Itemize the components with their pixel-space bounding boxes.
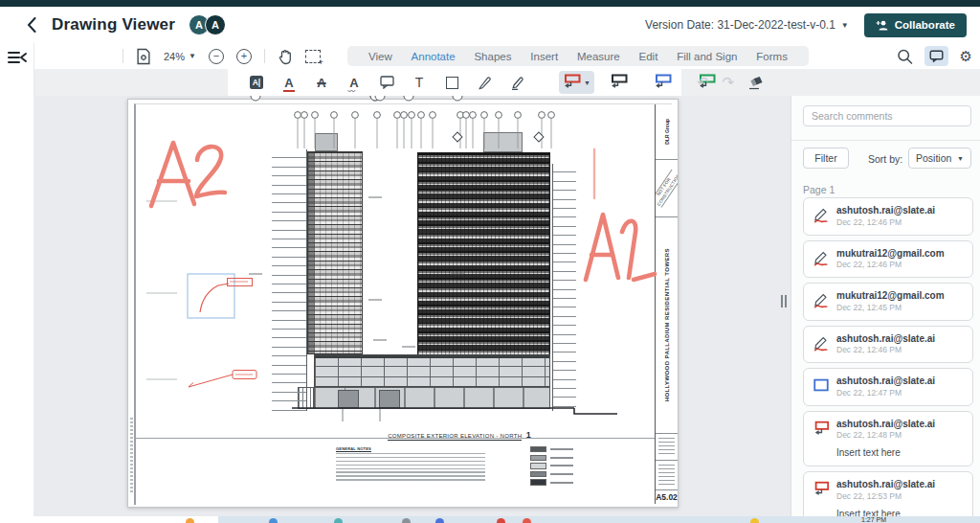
taskbar-icon[interactable] (334, 518, 343, 523)
ink-red-annotation-icon (813, 291, 830, 308)
taskbar-icon[interactable] (497, 518, 505, 523)
tab-fill-and-sign[interactable]: Fill and Sign (677, 51, 737, 62)
sidebar-collapse-icon[interactable] (8, 51, 27, 64)
taskbar-icon[interactable] (269, 518, 278, 523)
ink-red-annotation-icon (813, 334, 830, 352)
comment-card[interactable]: mukutrai12@gmail.com Dec 22, 12:46 PM (803, 240, 973, 279)
strikethrough-tool[interactable]: A (314, 73, 329, 92)
pen-icon (478, 76, 492, 90)
taskbar-icon[interactable] (186, 518, 194, 523)
collaborate-button[interactable]: Collaborate (864, 13, 967, 37)
drawing-canvas[interactable]: DLR Group NOT FOR CONSTRUCTION HOLLYWOOD… (33, 96, 791, 516)
version-date-dropdown[interactable]: Version Date: 31-Dec-2022-test-v-0.1 ▼ (645, 18, 849, 32)
comments-panel-toggle[interactable] (924, 46, 948, 66)
eraser-icon[interactable] (747, 76, 764, 90)
comment-card[interactable]: ashutosh.rai@slate.ai Dec 22, 12:46 PM (803, 197, 973, 236)
callout-red-annotation-icon (813, 480, 830, 497)
panel-divider (791, 140, 980, 141)
taskbar-sliver: 1:27 PM (0, 516, 980, 523)
taskbar-clock: 1:27 PM (861, 516, 886, 523)
comment-timestamp: Dec 22, 12:47 PM (836, 388, 935, 398)
ink-annotation-A2[interactable] (151, 143, 225, 206)
taskbar-icon[interactable] (435, 518, 444, 523)
ink-annotation-A1[interactable] (586, 215, 655, 280)
page-settings-icon[interactable] (136, 47, 151, 66)
collaborate-label: Collaborate (895, 19, 955, 31)
zoom-in-button[interactable]: + (236, 49, 252, 64)
comment-author: ashutosh.rai@slate.ai (836, 205, 935, 217)
settings-gear-icon[interactable]: ⚙ (960, 49, 972, 63)
comment-card[interactable]: ashutosh.rai@slate.ai Dec 22, 12:46 PM (803, 326, 973, 364)
comment-card[interactable]: ashutosh.rai@slate.ai Dec 22, 12:47 PM (803, 368, 973, 406)
note-bubble-icon (380, 76, 394, 89)
callout-black-tool[interactable] (612, 73, 627, 92)
callout-annotation-2[interactable] (189, 371, 256, 388)
callout-blue-tool[interactable] (656, 73, 671, 92)
tab-forms[interactable]: Forms (756, 51, 788, 62)
redo-icon[interactable]: ↷ (723, 74, 735, 91)
callout-black-icon (610, 74, 628, 92)
highlighter-icon (510, 76, 524, 90)
tab-measure[interactable]: Measure (577, 51, 620, 62)
tab-view[interactable]: View (368, 51, 392, 62)
rectangle-tool[interactable] (444, 73, 459, 92)
version-date-label: Version Date: 31-Dec-2022-test-v-0.1 (645, 18, 835, 32)
main-toolbar: 24% ▼ − + + ViewAnnotateShapesInsertMeas… (0, 43, 980, 70)
callout-blue-icon (654, 74, 672, 92)
panel-resize-handle[interactable] (779, 293, 788, 308)
callout-annotation-1[interactable] (200, 279, 253, 313)
comment-list: ashutosh.rai@slate.ai Dec 22, 12:46 PM m… (803, 197, 973, 523)
ink-highlighter-tool[interactable] (509, 73, 524, 92)
callout-red-tool[interactable]: ▼ (559, 71, 594, 94)
annotation-overlay[interactable] (33, 96, 791, 516)
taskbar-icon[interactable] (402, 518, 411, 523)
taskbar-icon[interactable] (523, 518, 531, 523)
avatar[interactable]: A (205, 14, 226, 35)
comment-card[interactable]: mukutrai12@gmail.com Dec 22, 12:45 PM (803, 283, 973, 321)
comment-timestamp: Dec 22, 12:46 PM (836, 217, 935, 228)
tab-shapes[interactable]: Shapes (474, 51, 511, 62)
zoom-level-dropdown[interactable]: 24% ▼ (164, 51, 196, 62)
search-comments-input[interactable] (803, 105, 971, 126)
chevron-down-icon: ▼ (584, 80, 590, 86)
comment-timestamp: Dec 22, 12:48 PM (836, 430, 935, 441)
tab-insert[interactable]: Insert (530, 51, 558, 62)
comment-author: ashutosh.rai@slate.ai (836, 419, 935, 431)
text-select-tool[interactable]: A| (249, 73, 264, 92)
comment-author: ashutosh.rai@slate.ai (836, 333, 935, 346)
undo-icon[interactable]: ↶ (697, 74, 709, 91)
chevron-down-icon: ▼ (841, 21, 849, 30)
mode-tabs: ViewAnnotateShapesInsertMeasureEditFill … (347, 46, 809, 66)
free-text-tool[interactable]: T (412, 73, 427, 92)
callout-red-icon (563, 74, 581, 92)
zoom-out-button[interactable]: − (209, 49, 224, 64)
comment-card[interactable]: ashutosh.rai@slate.ai Dec 22, 12:53 PM I… (803, 471, 973, 523)
ink-red-annotation-icon (813, 249, 830, 266)
collaborator-avatars[interactable]: AA (189, 14, 226, 35)
app-window: Drawing Viewer AA Version Date: 31-Dec-2… (0, 0, 980, 523)
comment-author: ashutosh.rai@slate.ai (836, 479, 935, 491)
squiggly-underline-tool[interactable]: A (346, 73, 362, 92)
tab-edit[interactable]: Edit (639, 51, 658, 62)
ink-pen-tool[interactable] (477, 73, 492, 92)
pan-hand-icon[interactable] (278, 47, 293, 66)
filter-button[interactable]: Filter (803, 148, 849, 169)
collapsed-sidebar (0, 43, 34, 516)
underline-tool[interactable]: A (281, 73, 297, 92)
rect-blue-annotation-icon (813, 376, 830, 394)
back-icon[interactable] (25, 17, 38, 33)
toolbar-separator (122, 49, 123, 63)
marquee-select-icon[interactable]: + (305, 50, 321, 63)
sort-select[interactable]: Position ▼ (908, 148, 971, 169)
sort-value: Position (916, 152, 951, 164)
comment-author: mukutrai12@gmail.com (836, 248, 945, 261)
drawing-linework (146, 96, 617, 421)
taskbar-icon[interactable] (750, 518, 759, 523)
callout-red-annotation-icon (813, 420, 830, 437)
tab-annotate[interactable]: Annotate (412, 51, 456, 62)
comment-timestamp: Dec 22, 12:53 PM (836, 491, 935, 502)
ink-red-annotation-icon (813, 206, 830, 223)
search-icon[interactable] (897, 47, 913, 66)
comment-card[interactable]: ashutosh.rai@slate.ai Dec 22, 12:48 PM I… (803, 411, 973, 467)
sticky-note-tool[interactable] (379, 73, 394, 92)
